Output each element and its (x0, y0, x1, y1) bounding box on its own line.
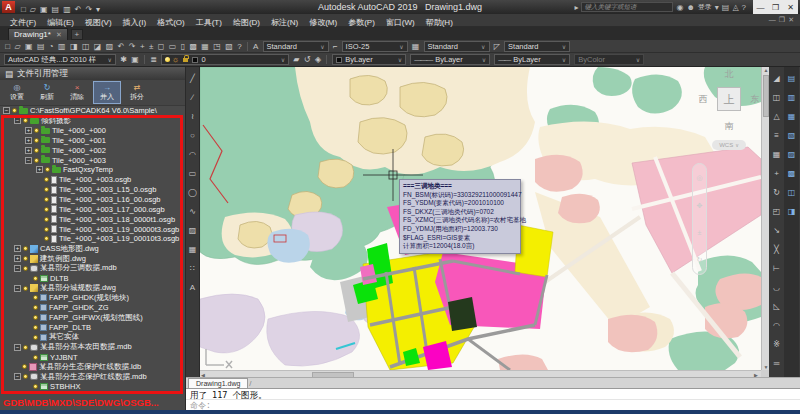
tree-item[interactable]: +Tile_+000_+002 (0, 145, 185, 155)
tree-expander-icon[interactable]: + (25, 137, 32, 144)
copy-icon[interactable]: ◫ (82, 42, 90, 51)
menu-item-8[interactable]: 修改(M) (309, 18, 337, 27)
visibility-bulb-icon[interactable] (33, 355, 38, 360)
autodesk-account-icon[interactable]: ◬ (732, 3, 738, 12)
mleader-style-select[interactable]: Standard∨ (504, 41, 570, 52)
measure-panel-icon[interactable]: ◫ (788, 183, 796, 202)
menu-item-4[interactable]: 格式(O) (157, 18, 185, 27)
search-input[interactable]: 键入关键字或短语 (581, 2, 673, 12)
text-style-icon[interactable]: A (253, 42, 258, 51)
visibility-bulb-icon[interactable] (44, 187, 49, 192)
panel-button-设置[interactable]: ◎设置 (3, 81, 31, 104)
layer-lock-icon[interactable] (183, 58, 188, 62)
tree-expander-icon[interactable]: − (14, 117, 21, 124)
tree-item[interactable]: Tile_+000_+003_L19_00000t3.osgb (0, 224, 185, 234)
search-flyout-icon[interactable]: ▸ (574, 3, 578, 12)
visibility-bulb-icon[interactable] (34, 158, 39, 163)
zoom-previous-icon[interactable]: ▭ (169, 42, 177, 51)
view-panel-icon[interactable]: ◨ (788, 202, 796, 221)
layer-states-icon[interactable]: ◈ (315, 55, 321, 64)
dim-style-select[interactable]: ISO-25∨ (342, 41, 408, 52)
tree-item[interactable]: Tile_+000_+003_L19_00010t3.osgb (0, 234, 185, 244)
tab-close-icon[interactable]: ✕ (56, 31, 62, 39)
layer-properties-icon[interactable]: ≣ (150, 55, 157, 64)
tree-item[interactable]: Tile_+000_+003.osgb (0, 175, 185, 185)
menu-item-1[interactable]: 编辑(E) (47, 18, 74, 27)
lineweight-select[interactable]: ——ByLayer∨ (494, 54, 570, 65)
document-window-controls[interactable]: —❐✕ (769, 16, 797, 24)
visibility-bulb-icon[interactable] (23, 266, 28, 271)
command-line-window[interactable]: 用了 117 个图形。 命令: (186, 388, 800, 410)
tree-item[interactable]: 某县部分生态保护红线数据.ldb (0, 362, 185, 372)
search-icon[interactable]: ◉ (676, 3, 683, 12)
offset-icon[interactable]: ≡ (774, 126, 779, 145)
panel-button-清除[interactable]: ×清除 (63, 81, 91, 104)
tree-item[interactable]: FAPP_DLTB (0, 323, 185, 333)
sheetset-icon[interactable]: ◳ (213, 42, 221, 51)
tree-item[interactable]: +Tile_+000_+001 (0, 136, 185, 146)
tree-item[interactable]: Tile_+000_+003_L17_000.osgb (0, 204, 185, 214)
visibility-bulb-icon[interactable] (23, 256, 28, 261)
open-icon[interactable]: ▱ (14, 42, 20, 51)
scale-icon[interactable]: ◰ (773, 202, 781, 221)
tree-expander-icon[interactable]: + (14, 245, 21, 252)
visibility-bulb-icon[interactable] (45, 167, 50, 172)
tree-item[interactable]: +建筑例图.dwg (0, 254, 185, 264)
block-icon[interactable]: ▦ (189, 240, 197, 259)
visibility-bulb-icon[interactable] (23, 374, 28, 379)
drawing-canvas[interactable]: 北 西 东 南 上 WCS∨ ◎ ✥ ± ↻ ===三调地类=== FN_BSM… (200, 67, 761, 370)
menu-item-6[interactable]: 绘图(D) (233, 18, 260, 27)
workspace-select[interactable]: AutoCAD 经典...D 2010 样∨ (4, 54, 116, 65)
menu-item-2[interactable]: 视图(V) (85, 18, 112, 27)
help-icon[interactable]: ? (237, 42, 241, 51)
make-current-layer-icon[interactable]: ▰ (293, 55, 299, 64)
move-icon[interactable]: + (774, 164, 779, 183)
match-properties-icon[interactable]: ▨ (106, 42, 114, 51)
visibility-bulb-icon[interactable] (23, 345, 28, 350)
sign-in-link[interactable]: 登录 (698, 2, 712, 12)
tree-item[interactable]: DLTB (0, 273, 185, 283)
cut-icon[interactable]: ◨ (70, 42, 78, 51)
image-panel-icon[interactable]: ▥ (788, 88, 796, 107)
maximize-button[interactable]: ❒ (768, 3, 783, 12)
visibility-bulb-icon[interactable] (44, 217, 49, 222)
layer-on-icon[interactable] (165, 57, 170, 62)
tree-item[interactable]: STBHHX (0, 382, 185, 392)
break-icon[interactable]: ◡ (773, 278, 780, 297)
explode-icon[interactable]: ※ (773, 335, 780, 354)
spline-icon[interactable]: ∿ (189, 202, 196, 221)
visibility-bulb-icon[interactable] (34, 148, 39, 153)
array-icon[interactable]: ▦ (773, 145, 781, 164)
close-button[interactable]: ✕ (783, 3, 798, 12)
full-nav-wheel-icon[interactable]: ◎ (696, 174, 702, 182)
menu-item-9[interactable]: 参数(P) (348, 18, 375, 27)
tree-item[interactable]: Tile_+000_+003_L16_00.osgb (0, 195, 185, 205)
visibility-bulb-icon[interactable] (23, 246, 28, 251)
tree-item[interactable]: −某县部分生态保护红线数据.mdb (0, 372, 185, 382)
previous-layer-icon[interactable]: ↺ (304, 55, 311, 64)
tree-item[interactable]: +FastQxsyTemp (0, 165, 185, 175)
table-style-select[interactable]: Standard∨ (424, 41, 490, 52)
pan-icon[interactable]: + (140, 42, 145, 51)
trim-icon[interactable]: ╳ (774, 240, 779, 259)
annotation-panel-icon[interactable]: ▨ (788, 145, 796, 164)
tree-expander-icon[interactable]: + (25, 127, 32, 134)
tree-item[interactable]: +Tile_+000_+000 (0, 126, 185, 136)
tree-root-item[interactable]: −C:\FastSoft\GPCADK64 V6.0\Sample\ (0, 106, 185, 116)
publish-icon[interactable]: ▥ (58, 42, 66, 51)
erase-icon[interactable]: ◢ (773, 69, 779, 88)
designcenter-icon[interactable]: ▩ (189, 42, 197, 51)
fillet-icon[interactable]: ◠ (773, 316, 780, 335)
menu-item-3[interactable]: 插入(I) (123, 18, 147, 27)
visibility-bulb-icon[interactable] (44, 227, 49, 232)
visibility-bulb-icon[interactable] (34, 138, 39, 143)
text-style-select[interactable]: Standard∨ (263, 41, 329, 52)
wcs-selector[interactable]: WCS∨ (712, 140, 746, 150)
hatch-icon[interactable]: ▨ (189, 221, 197, 240)
visibility-bulb-icon[interactable] (33, 295, 38, 300)
polyline-icon[interactable]: ≀ (191, 107, 194, 126)
workspace-save-icon[interactable]: ▣ (131, 55, 139, 64)
tree-expander-icon[interactable]: + (25, 147, 32, 154)
linetype-select[interactable]: ———ByLayer∨ (410, 54, 490, 65)
copy-icon[interactable]: ◫ (773, 88, 781, 107)
